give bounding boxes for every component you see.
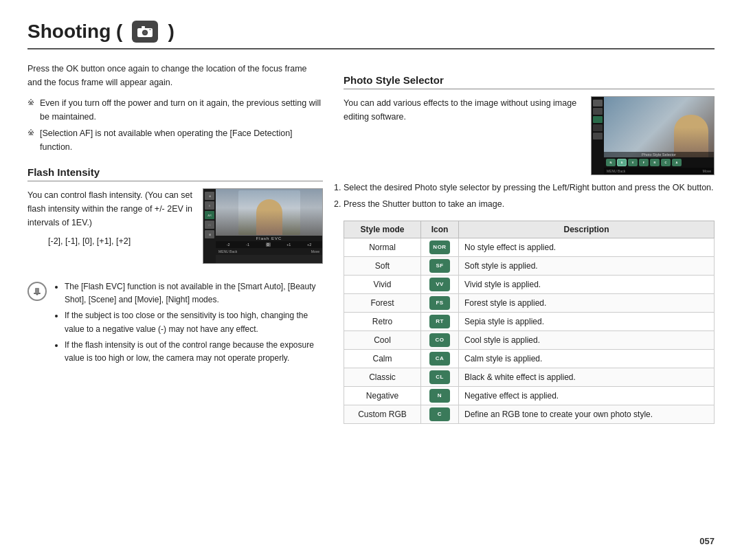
svg-marker-7 [35, 293, 39, 295]
camera-icon [137, 25, 153, 38]
note-bullets-list: The [Flash EVC] function is not availabl… [54, 280, 323, 368]
cell-description: Sepia style is applied. [458, 312, 714, 331]
svg-rect-3 [142, 26, 145, 28]
col-icon: Icon [421, 221, 459, 238]
flash-screen-image: ⊕ ≡ AR □ ⊞ Flash EVC [203, 188, 323, 264]
col-description: Description [458, 221, 714, 238]
table-row: CalmCACalm style is applied. [344, 349, 715, 368]
note-item-2: [Selection AF] is not available when ope… [27, 126, 323, 154]
intro-text: Press the OK button once again to change… [27, 62, 323, 89]
style-icon-badge: NOR [429, 240, 450, 254]
ps-screen: Photo Style Selector N S V F R C A [592, 97, 714, 175]
flash-label-bar: Flash EVC [216, 236, 322, 241]
cell-description: Cool style is applied. [458, 331, 714, 349]
style-icon-badge: N [429, 389, 450, 403]
cell-mode: Cool [344, 331, 421, 349]
flash-section-title: Flash Intensity [27, 166, 323, 181]
style-icon-badge: CA [429, 352, 450, 366]
note-item-1: Even if you turn off the power and turn … [27, 96, 323, 124]
flash-sidebar-item-1: ⊕ [205, 192, 214, 200]
cell-icon: RT [421, 312, 459, 331]
style-icon-badge: SF [429, 259, 450, 273]
flash-main-area: Flash EVC -2 -1 0 +1 +2 MENU Back Move [216, 189, 322, 263]
col-style-mode: Style mode [344, 221, 421, 238]
ps-sidebar-item-4 [593, 124, 603, 131]
note-box: The [Flash EVC] function is not availabl… [27, 280, 323, 368]
table-row: ClassicCLBlack & white effect is applied… [344, 368, 715, 386]
ps-main: Photo Style Selector N S V F R C A [604, 97, 714, 175]
note-bullet-3: If the flash intensity is out of the con… [65, 339, 323, 365]
cell-icon: CO [421, 331, 459, 349]
cell-mode: Calm [344, 349, 421, 368]
table-head: Style mode Icon Description [344, 221, 715, 238]
table-row: RetroRTSepia style is applied. [344, 312, 715, 331]
svg-point-2 [144, 31, 148, 35]
title-suffix: ) [168, 21, 174, 43]
notes-list: Even if you turn off the power and turn … [27, 96, 323, 154]
photo-style-intro-area: Photo Style Selector N S V F R C A [344, 96, 715, 181]
table-row: CoolCOCool style is applied. [344, 331, 715, 349]
ps-bottom-back: MENU Back [607, 169, 625, 173]
ps-icon-co: C [661, 159, 671, 166]
table-header-row: Style mode Icon Description [344, 221, 715, 238]
ps-bottom-bar: MENU Back Move [604, 168, 714, 175]
style-icon-badge: CL [429, 370, 450, 384]
ps-icon-sf: S [617, 159, 627, 166]
cell-icon: SF [421, 256, 459, 275]
ps-sidebar-item-2 [593, 108, 603, 115]
cell-description: Vivid style is applied. [458, 275, 714, 293]
style-icon-badge: VV [429, 278, 450, 291]
cell-icon: CL [421, 368, 459, 386]
table-row: ForestFSForest style is applied. [344, 293, 715, 312]
cell-mode: Normal [344, 238, 421, 256]
ps-sidebar-item-5 [593, 133, 603, 139]
photo-style-section-title: Photo Style Selector [344, 74, 715, 89]
flash-sidebar-item-5: ⊞ [205, 230, 214, 238]
flash-scale-neg1: -1 [246, 243, 249, 247]
page-number: 057 [699, 536, 715, 546]
cell-mode: Forest [344, 293, 421, 312]
flash-sidebar-item-3: AR [205, 211, 214, 219]
cell-mode: Negative [344, 386, 421, 405]
note-bullet-2: If the subject is too close or the sensi… [65, 309, 323, 335]
cell-description: Define an RGB tone to create your own ph… [458, 405, 714, 423]
cell-icon: C [421, 405, 459, 423]
flash-scale-0: 0 [266, 243, 271, 247]
two-column-layout: Press the OK button once again to change… [27, 62, 715, 424]
ps-sidebar [592, 97, 604, 175]
flash-photo [216, 189, 322, 236]
table-row: VividVVVivid style is applied. [344, 275, 715, 293]
step-1: Select the desired Photo style selector … [344, 181, 715, 195]
cell-icon: N [421, 386, 459, 405]
page: Shooting ( ) Press the OK button once ag… [0, 0, 742, 560]
table-row: Custom RGBCDefine an RGB tone to create … [344, 405, 715, 423]
cell-icon: CA [421, 349, 459, 368]
flash-sidebar: ⊕ ≡ AR □ ⊞ [203, 189, 216, 263]
style-icon-badge: FS [429, 296, 450, 310]
flash-scale-neg2: -2 [227, 243, 230, 247]
flash-scale-pos1: +1 [286, 243, 291, 247]
flash-scale-pos2: +2 [307, 243, 311, 247]
table-row: NegativeNNegative effect is applied. [344, 386, 715, 405]
pencil-icon [32, 287, 42, 296]
ps-icon-vv: V [628, 159, 638, 166]
style-table: Style mode Icon Description NormalNORNo … [344, 221, 715, 424]
flash-controls: -2 -1 0 +1 +2 [216, 241, 322, 248]
cell-description: Black & white effect is applied. [458, 368, 714, 386]
table-row: SoftSFSoft style is applied. [344, 256, 715, 275]
note-bullet-1: The [Flash EVC] function is not availabl… [65, 280, 323, 306]
table-body: NormalNORNo style effect is applied.Soft… [344, 238, 715, 423]
steps-list: Select the desired Photo style selector … [344, 181, 715, 212]
cell-mode: Classic [344, 368, 421, 386]
cell-description: No style effect is applied. [458, 238, 714, 256]
cell-icon: VV [421, 275, 459, 293]
svg-rect-4 [149, 29, 151, 30]
ps-sidebar-item-3 [593, 116, 603, 123]
cell-mode: Vivid [344, 275, 421, 293]
cell-mode: Soft [344, 256, 421, 275]
cell-description: Negative effect is applied. [458, 386, 714, 405]
ps-sidebar-item-1 [593, 100, 603, 107]
flash-sidebar-item-4: □ [205, 221, 214, 229]
ps-icon-fs: F [639, 159, 649, 166]
flash-bottom-left: MENU Back [218, 249, 237, 254]
